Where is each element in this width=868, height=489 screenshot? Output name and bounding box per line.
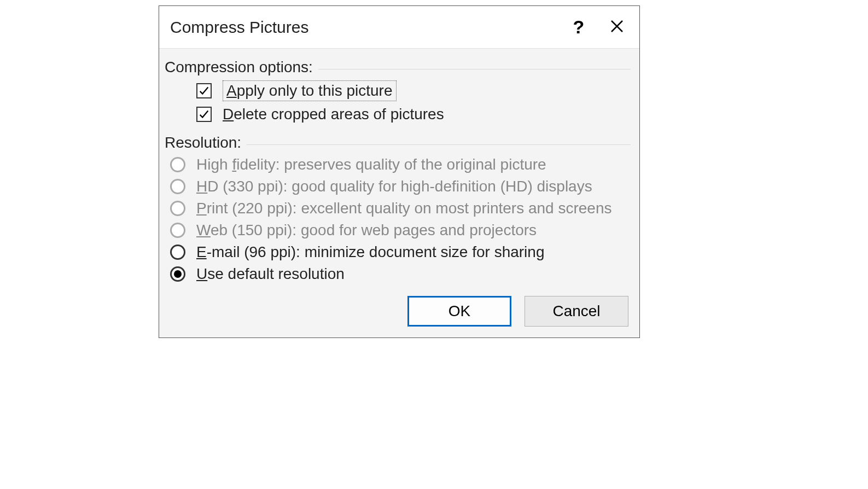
radio-label: High fidelity: preserves quality of the … <box>196 156 546 173</box>
radio-icon <box>170 223 185 238</box>
checkbox-row-0[interactable]: Apply only to this picture <box>196 80 631 101</box>
radio-row-2: Print (220 ppi): excellent quality on mo… <box>170 200 631 217</box>
close-icon <box>610 16 624 38</box>
checkbox-label: Apply only to this picture <box>223 80 397 101</box>
radio-icon <box>170 201 185 216</box>
checkbox-row-1[interactable]: Delete cropped areas of pictures <box>196 106 631 123</box>
resolution-section-label: Resolution: <box>165 134 241 152</box>
radio-label: Print (220 ppi): excellent quality on mo… <box>196 200 612 217</box>
radio-row-5[interactable]: Use default resolution <box>170 265 631 283</box>
radio-icon <box>170 266 185 282</box>
dialog-body: Compression options: Apply only to this … <box>159 49 639 337</box>
dialog-title: Compress Pictures <box>170 18 560 37</box>
radio-row-3: Web (150 ppi): good for web pages and pr… <box>170 222 631 239</box>
radio-row-0: High fidelity: preserves quality of the … <box>170 156 631 173</box>
resolution-section-header: Resolution: <box>165 134 631 152</box>
radio-label: Web (150 ppi): good for web pages and pr… <box>196 222 537 239</box>
radio-icon <box>170 245 185 260</box>
ok-button[interactable]: OK <box>407 296 511 327</box>
checkbox-label: Delete cropped areas of pictures <box>223 106 444 123</box>
radio-label: E-mail (96 ppi): minimize document size … <box>196 243 544 261</box>
radio-row-4[interactable]: E-mail (96 ppi): minimize document size … <box>170 243 631 261</box>
help-button[interactable]: ? <box>560 8 598 46</box>
button-row: OK Cancel <box>165 296 631 327</box>
close-button[interactable] <box>598 8 636 46</box>
radio-label: HD (330 ppi): good quality for high-defi… <box>196 178 592 195</box>
compression-section-label: Compression options: <box>165 59 313 76</box>
checkbox-icon <box>196 107 212 122</box>
section-divider <box>247 144 631 145</box>
radio-icon <box>170 179 185 194</box>
radio-label: Use default resolution <box>196 265 345 283</box>
radio-icon <box>170 157 185 172</box>
radio-row-1: HD (330 ppi): good quality for high-defi… <box>170 178 631 195</box>
titlebar: Compress Pictures ? <box>159 6 639 49</box>
compress-pictures-dialog: Compress Pictures ? Compression options:… <box>159 5 640 338</box>
checkbox-icon <box>196 83 212 98</box>
section-divider <box>318 69 631 69</box>
cancel-button[interactable]: Cancel <box>525 296 628 327</box>
help-icon: ? <box>573 16 585 38</box>
compression-section-header: Compression options: <box>165 59 631 76</box>
